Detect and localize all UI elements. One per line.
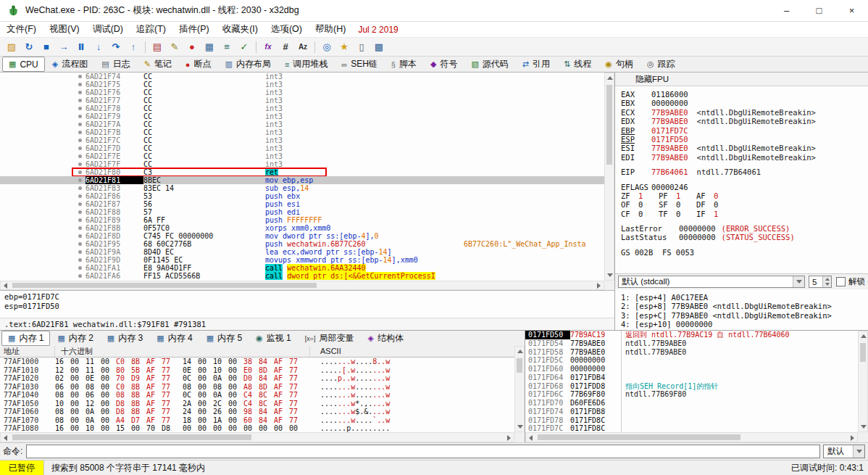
disasm-row[interactable]: 6AD21F9568 60C2776Bpush wechatwin.6B77C2…: [0, 240, 604, 248]
find-pattern-button[interactable]: ◎: [318, 39, 335, 55]
breakpoint-gutter[interactable]: [0, 80, 85, 88]
hide-fpu-button[interactable]: 隐藏FPU: [615, 73, 868, 86]
menu-item[interactable]: 文件(F): [0, 23, 43, 36]
breakpoint-gutter[interactable]: [0, 256, 85, 264]
flag-tf[interactable]: TF0: [659, 210, 696, 218]
register-row[interactable]: EBX00000000: [621, 99, 865, 107]
memory-row[interactable]: 77AF102002000E0070D9AF770C000A00D084AF77…: [0, 374, 514, 383]
breakpoint-gutter[interactable]: [0, 224, 85, 232]
breakpoint-gutter[interactable]: [0, 192, 85, 200]
stack-row[interactable]: 0171FD5877B9ABE0ntdll.77B9ABE0: [525, 348, 858, 357]
step-over-button[interactable]: ↷: [107, 39, 125, 55]
register-row[interactable]: EDI77B9ABE0<ntdll.DbgUiRemoteBreakin>: [621, 153, 865, 162]
stack-row[interactable]: 0171FD680171FDD8指向SEH_Record[1]的指针: [525, 382, 858, 391]
register-value[interactable]: 77B9ABE0: [651, 117, 688, 125]
disasm-row[interactable]: 6AD21F7CCCint3: [0, 136, 604, 144]
run-to-return-button[interactable]: ↑: [125, 39, 142, 55]
flag-df[interactable]: DF0: [696, 200, 734, 209]
breakpoint-gutter[interactable]: [0, 96, 85, 104]
tab-threads[interactable]: ⇅线程: [557, 57, 598, 72]
breakpoint-gutter[interactable]: [0, 176, 85, 184]
flag-pf[interactable]: PF1: [659, 191, 696, 200]
combo-dropdown-icon[interactable]: [793, 276, 804, 287]
register-value[interactable]: 77B9ABE0: [651, 108, 688, 117]
flag-sf[interactable]: SF0: [659, 200, 696, 209]
disasm-hscrollbar[interactable]: [0, 281, 604, 290]
tab-memory-2[interactable]: ▦内存 2: [51, 331, 99, 346]
breakpoint-gutter[interactable]: [0, 216, 85, 224]
breakpoint-gutter[interactable]: [0, 136, 85, 144]
tab-log[interactable]: ▤日志: [95, 57, 136, 72]
stack-row[interactable]: 0171FD70D60FE6D6: [525, 399, 858, 408]
disasm-row[interactable]: 6AD21F7BCCint3: [0, 128, 604, 136]
disasm-row[interactable]: 6AD21F75CCint3: [0, 80, 604, 88]
tab-struct[interactable]: ◈结构体: [362, 331, 410, 346]
tab-cpu[interactable]: ▦CPU: [2, 57, 45, 72]
spinner-arrows-icon[interactable]: [822, 276, 831, 287]
memory-row[interactable]: 77AF104008000600088BAF770C000A00C48CAF77…: [0, 391, 514, 400]
plugin-phone-button[interactable]: ▯: [353, 39, 370, 55]
memory-vscrollbar[interactable]: [514, 346, 525, 432]
open-file-button[interactable]: ▨: [3, 39, 20, 55]
register-row[interactable]: EBP0171FD7C: [621, 126, 865, 135]
minimize-button[interactable]: –: [770, 0, 803, 21]
flag-of[interactable]: OF0: [621, 200, 659, 209]
register-value[interactable]: 77B9ABE0: [651, 153, 688, 162]
register-value[interactable]: 00000000: [651, 99, 688, 107]
stack-row[interactable]: 0171FD6000000000: [525, 365, 858, 373]
register-value[interactable]: 01186000: [651, 90, 688, 99]
register-row[interactable]: EIP77B64061ntdll.77B64061: [621, 168, 865, 176]
arg-row-4[interactable]: 4: [esp+10] 00000000: [621, 320, 865, 329]
menu-item[interactable]: 选项(O): [264, 23, 309, 36]
text-az-button[interactable]: Az: [294, 39, 312, 55]
log-button[interactable]: ▤: [149, 39, 166, 55]
disasm-row[interactable]: 6AD21FA6FF15 ACD5566Bcall dword ptr ds:[…: [0, 272, 604, 280]
tab-seh[interactable]: ∞SEH链: [335, 57, 384, 72]
arg-row-2[interactable]: 2: [esp+8] 77B9ABE0 <ntdll.DbgUiRemoteBr…: [621, 302, 865, 310]
disasm-row[interactable]: 6AD21F818BECmov ebp,esp: [0, 176, 604, 184]
disasm-row[interactable]: 6AD21F9D0F1145 ECmovups xmmword ptr ss:[…: [0, 256, 604, 264]
tab-memory-5[interactable]: ▦内存 5: [200, 331, 249, 346]
unlock-checkbox[interactable]: [836, 277, 846, 286]
stack-row[interactable]: 0171FD640171FDB4: [525, 373, 858, 382]
arg-count-spinner[interactable]: 5: [809, 276, 832, 288]
tab-symbols[interactable]: ◆符号: [424, 57, 464, 72]
stack-row[interactable]: 0171FD5477B9ABE0ntdll.77B9ABE0: [525, 339, 858, 348]
patch-count-button[interactable]: #: [277, 39, 294, 55]
register-value[interactable]: 0171FD7C: [651, 126, 688, 135]
step-into-button[interactable]: ↓: [90, 39, 107, 55]
breakpoint-gutter[interactable]: [0, 184, 85, 192]
register-value[interactable]: 0171FD50: [651, 135, 688, 144]
memory-row[interactable]: 77AF103006000800C08BAF7708000800A88DAF77…: [0, 383, 514, 392]
tab-trace[interactable]: ◎跟踪: [640, 57, 682, 72]
breakpoint-gutter[interactable]: [0, 272, 85, 280]
flag-cf[interactable]: CF0: [621, 210, 659, 218]
breakpoint-gutter[interactable]: [0, 128, 85, 136]
arg-row-3[interactable]: 3: [esp+C] 77B9ABE0 <ntdll.DbgUiRemoteBr…: [621, 311, 865, 320]
disasm-row[interactable]: 6AD21F7ACCint3: [0, 120, 604, 128]
memory-row[interactable]: 77AF106008000A00D88BAF77240026009884AF77…: [0, 408, 514, 416]
breakpoint-gutter[interactable]: [0, 104, 85, 112]
breakpoint-gutter[interactable]: [0, 168, 85, 176]
disasm-row[interactable]: 6AD21F8383EC 14sub esp,14: [0, 184, 604, 192]
disasm-row[interactable]: 6AD21F8857push edi: [0, 208, 604, 216]
breakpoint-gutter[interactable]: [0, 88, 85, 96]
register-row[interactable]: ESP0171FD50: [621, 135, 865, 144]
tab-locals[interactable]: [x=]局部变量: [299, 331, 361, 346]
tab-breakpoints[interactable]: ●断点: [179, 57, 218, 72]
disasm-row[interactable]: 6AD21F77CCint3: [0, 96, 604, 104]
tab-memory-3[interactable]: ▦内存 3: [101, 331, 149, 346]
memory-row[interactable]: 77AF107008000A00A4D7AF7718001A006084AF77…: [0, 416, 514, 425]
stack-row[interactable]: 0171FD740171FDB8: [525, 408, 858, 416]
flag-if[interactable]: IF1: [696, 210, 734, 218]
memory-row[interactable]: 77AF108016001000150070D80000000000000000…: [0, 424, 514, 432]
disasm-row[interactable]: 6AD21F8653push ebx: [0, 192, 604, 200]
breakpoint-gutter[interactable]: [0, 160, 85, 168]
flag-zf[interactable]: ZF1: [621, 191, 659, 200]
calling-convention-select[interactable]: 默认 (stdcall): [618, 276, 805, 288]
menu-item[interactable]: 视图(V): [43, 23, 86, 36]
register-value[interactable]: 77B9ABE0: [651, 144, 688, 152]
disasm-row[interactable]: 6AD21F76CCint3: [0, 88, 604, 96]
stack-row[interactable]: 0171FD7C0171FD8C: [525, 424, 858, 432]
stack-vscrollbar[interactable]: [858, 331, 868, 432]
